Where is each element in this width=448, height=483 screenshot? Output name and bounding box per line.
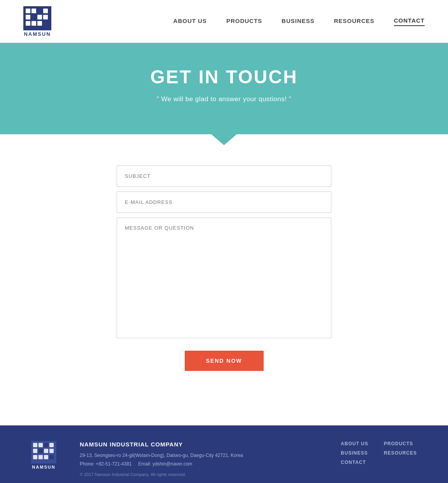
footer-nav-business[interactable]: BUSINESS [341, 450, 368, 456]
subject-input[interactable] [117, 165, 331, 187]
svg-rect-12 [43, 21, 48, 26]
footer-logo-text: NAMSUN [32, 465, 55, 469]
footer-logo[interactable]: NAMSUN [31, 441, 56, 469]
footer-company-name: NAMSUN INDUSTRIAL COMPANY [80, 441, 325, 448]
svg-rect-23 [38, 455, 43, 459]
footer-copyright: © 2017 Namsun Industrial Company. All ri… [80, 472, 325, 477]
footer-address: 29-13, Seongseo-ro 24-gil(Wolam-Dong), D… [80, 451, 325, 468]
svg-rect-8 [43, 15, 48, 19]
svg-rect-16 [44, 443, 48, 447]
hero-title: GET IN TOUCH [0, 66, 448, 88]
svg-rect-10 [32, 21, 36, 26]
svg-rect-5 [26, 15, 30, 19]
footer-nav-contact[interactable]: CONTACT [341, 460, 368, 465]
nav-contact[interactable]: CONTACT [394, 17, 425, 26]
footer-info: NAMSUN INDUSTRIAL COMPANY 29-13, Seongse… [80, 441, 325, 477]
footer-nav-about-us[interactable]: ABOUT US [341, 441, 368, 446]
svg-rect-2 [32, 9, 36, 13]
logo-text: NAMSUN [24, 31, 51, 37]
message-textarea[interactable] [117, 218, 331, 338]
header: NAMSUN ABOUT US PRODUCTS BUSINESS RESOUR… [0, 0, 448, 43]
svg-rect-15 [38, 443, 43, 447]
hero-section: GET IN TOUCH " We will be glad to answer… [0, 43, 448, 134]
svg-rect-17 [49, 443, 54, 447]
footer-nav-col-2: PRODUCTS RESOURCES [384, 441, 417, 465]
send-button[interactable]: SEND NOW [185, 351, 264, 371]
svg-rect-7 [37, 15, 42, 19]
hero-subtitle: " We will be glad to answer your qustion… [0, 95, 448, 103]
footer-inner: NAMSUN NAMSUN INDUSTRIAL COMPANY 29-13, … [31, 441, 417, 477]
svg-rect-25 [49, 455, 54, 459]
contact-form: SEND NOW [117, 165, 331, 371]
footer: NAMSUN NAMSUN INDUSTRIAL COMPANY 29-13, … [0, 425, 448, 483]
nav-business[interactable]: BUSINESS [282, 18, 315, 26]
footer-nav-products[interactable]: PRODUCTS [384, 441, 417, 446]
svg-rect-3 [37, 9, 42, 13]
email-input[interactable] [117, 191, 331, 213]
footer-logo-icon [31, 441, 56, 464]
logo[interactable]: NAMSUN [23, 6, 51, 37]
svg-rect-19 [38, 449, 43, 453]
footer-address-text: 29-13, Seongseo-ro 24-gil(Wolam-Dong), D… [80, 453, 243, 458]
svg-rect-4 [43, 9, 48, 13]
svg-rect-24 [44, 455, 48, 459]
svg-rect-6 [32, 15, 36, 19]
svg-rect-18 [33, 449, 37, 453]
nav-resources[interactable]: RESOURCES [334, 18, 374, 26]
nav-about-us[interactable]: ABOUT US [173, 18, 207, 26]
footer-nav-col-1: ABOUT US BUSINESS CONTACT [341, 441, 368, 465]
svg-rect-9 [26, 21, 30, 26]
svg-rect-11 [37, 21, 42, 26]
footer-nav-resources[interactable]: RESOURCES [384, 450, 417, 456]
logo-icon [23, 6, 51, 30]
svg-rect-14 [33, 443, 37, 447]
footer-email: Email: ydshin@naver.com [138, 461, 192, 467]
svg-rect-1 [26, 9, 30, 13]
footer-phone: Phone: +82-51-721-4381 [80, 461, 132, 467]
svg-rect-21 [49, 449, 54, 453]
svg-rect-20 [44, 449, 48, 453]
svg-rect-22 [33, 455, 37, 459]
footer-nav: ABOUT US BUSINESS CONTACT PRODUCTS RESOU… [341, 441, 417, 465]
nav-products[interactable]: PRODUCTS [226, 18, 262, 26]
hero-arrow [210, 133, 238, 145]
main-nav: ABOUT US PRODUCTS BUSINESS RESOURCES CON… [173, 17, 425, 26]
main-content: SEND NOW [0, 134, 448, 394]
